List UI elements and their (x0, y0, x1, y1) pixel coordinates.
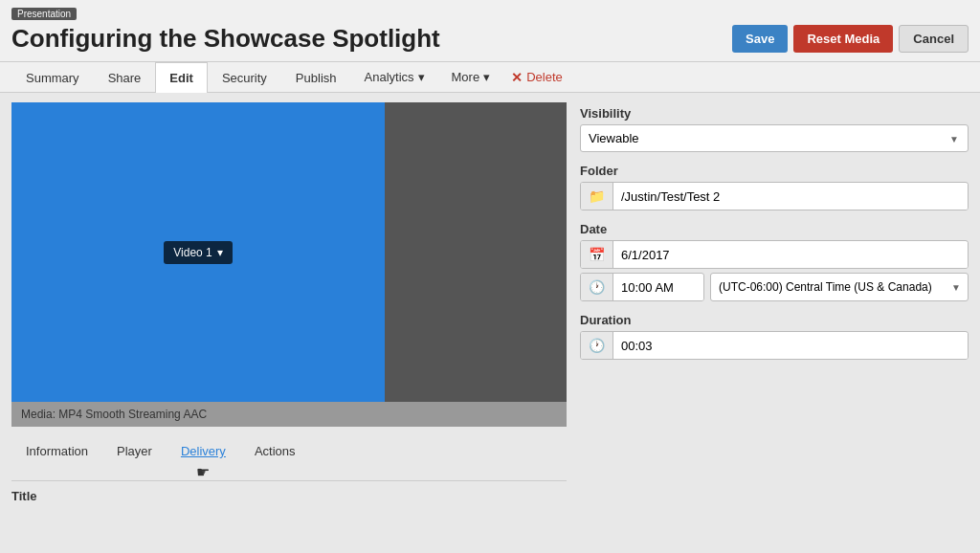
subtab-player[interactable]: Player (102, 436, 167, 480)
duration-input[interactable] (613, 333, 968, 359)
time-input[interactable] (613, 275, 704, 300)
action-buttons: Save Reset Media Cancel (732, 25, 969, 53)
top-bar: Presentation Configuring the Showcase Sp… (0, 0, 980, 62)
subtab-delivery[interactable]: Delivery (167, 436, 240, 465)
date-group: Date 📅 🕐 (UTC-06:00) Central Time (US & … (580, 222, 969, 301)
date-input-wrapper: 📅 (580, 240, 969, 269)
visibility-label: Visibility (580, 106, 969, 121)
visibility-group: Visibility Viewable (580, 106, 969, 152)
nav-tabs: Summary Share Edit Security Publish Anal… (0, 62, 980, 93)
duration-label: Duration (580, 313, 969, 327)
tab-share[interactable]: Share (94, 62, 156, 93)
tab-edit[interactable]: Edit (155, 62, 208, 93)
delete-x-icon: ✕ (511, 70, 523, 85)
title-section: Title (11, 489, 567, 507)
page-title-row: Configuring the Showcase Spotlight Save … (11, 24, 969, 61)
time-row: 🕐 (UTC-06:00) Central Time (US & Canada) (580, 273, 969, 301)
folder-input[interactable] (613, 184, 968, 210)
tab-security[interactable]: Security (208, 62, 281, 93)
folder-icon: 📁 (581, 183, 613, 210)
tab-analytics[interactable]: Analytics ▾ (351, 62, 438, 92)
tab-summary[interactable]: Summary (11, 62, 94, 93)
folder-input-wrapper: 📁 (580, 182, 969, 210)
folder-label: Folder (580, 164, 969, 178)
timezone-select-wrapper: (UTC-06:00) Central Time (US & Canada) (710, 273, 969, 301)
subtab-actions[interactable]: Actions (240, 436, 310, 480)
timezone-select[interactable]: (UTC-06:00) Central Time (US & Canada) (710, 273, 969, 301)
right-panel: Visibility Viewable Folder 📁 Date 📅 (580, 102, 969, 507)
title-field-label: Title (11, 489, 567, 503)
cancel-button[interactable]: Cancel (899, 25, 969, 53)
date-input[interactable] (613, 242, 968, 268)
tab-more[interactable]: More ▾ (438, 62, 504, 92)
main-content: Video 1 ▾ Media: MP4 Smooth Streaming AA… (0, 93, 980, 517)
page-title: Configuring the Showcase Spotlight (11, 24, 440, 54)
visibility-select[interactable]: Viewable (580, 124, 969, 152)
tab-publish[interactable]: Publish (281, 62, 351, 93)
time-input-wrapper: 🕐 (580, 273, 704, 301)
duration-input-wrapper: 🕐 (580, 331, 969, 360)
delete-link[interactable]: ✕ Delete (511, 70, 563, 85)
video-dropdown-chevron-icon: ▾ (217, 246, 223, 259)
calendar-icon: 📅 (581, 241, 613, 268)
save-button[interactable]: Save (732, 25, 788, 53)
more-chevron-icon: ▾ (483, 70, 490, 84)
visibility-select-wrapper: Viewable (580, 124, 969, 152)
duration-clock-icon: 🕐 (581, 332, 613, 359)
clock-icon: 🕐 (581, 274, 613, 300)
video-selector-button[interactable]: Video 1 ▾ (164, 241, 232, 264)
duration-group: Duration 🕐 (580, 313, 969, 360)
reset-media-button[interactable]: Reset Media (793, 25, 893, 53)
presentation-badge: Presentation (11, 8, 77, 20)
subtab-delivery-wrapper: Delivery ☛ (167, 436, 240, 480)
date-label: Date (580, 222, 969, 236)
subtab-information[interactable]: Information (11, 436, 102, 480)
video-container: Video 1 ▾ (11, 102, 567, 402)
folder-group: Folder 📁 (580, 164, 969, 210)
cursor-hand-icon: ☛ (196, 465, 210, 480)
video-blue-area: Video 1 ▾ (11, 102, 385, 402)
media-bar: Media: MP4 Smooth Streaming AAC (11, 402, 567, 427)
analytics-chevron-icon: ▾ (418, 70, 425, 84)
sub-tabs: Information Player Delivery ☛ Actions (11, 436, 567, 481)
left-panel: Video 1 ▾ Media: MP4 Smooth Streaming AA… (11, 102, 567, 507)
